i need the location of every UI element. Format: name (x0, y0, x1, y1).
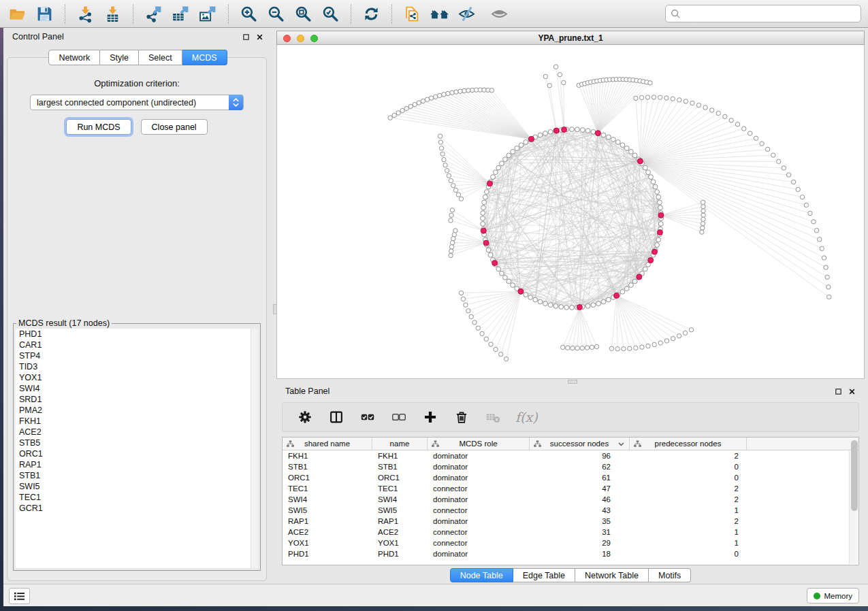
hide-selected-icon[interactable] (456, 3, 477, 24)
mcds-list-scrollbar[interactable] (251, 329, 258, 568)
column-header-successor-nodes[interactable]: successor nodes (530, 437, 630, 450)
cell-predecessor-nodes: 0 (630, 550, 747, 558)
mcds-result-item[interactable]: FKH1 (16, 416, 258, 427)
mcds-result-item[interactable]: ORC1 (16, 448, 258, 459)
tab-select[interactable]: Select (139, 50, 182, 65)
mcds-result-item[interactable]: TEC1 (16, 492, 258, 503)
run-mcds-button[interactable]: Run MCDS (66, 119, 131, 135)
close-panel-icon[interactable] (256, 33, 263, 41)
mcds-result-item[interactable]: RAP1 (16, 459, 258, 470)
save-session-icon[interactable] (34, 3, 55, 24)
cell-successor-nodes: 61 (530, 474, 630, 482)
delete-columns-icon[interactable] (453, 408, 470, 426)
tab-mcds[interactable]: MCDS (182, 50, 227, 65)
cell-shared-name: SWI5 (283, 506, 372, 514)
mcds-result-item[interactable]: YOX1 (16, 372, 258, 383)
table-row[interactable]: SWI5SWI5connector431 (283, 505, 858, 516)
open-file-icon[interactable] (7, 3, 28, 24)
zoom-selected-icon[interactable] (320, 3, 341, 24)
table-row[interactable]: PHD1PHD1dominator180 (283, 548, 858, 559)
first-neighbors-icon[interactable] (429, 3, 450, 24)
import-table-icon[interactable] (102, 3, 123, 24)
column-header-name[interactable]: name (372, 437, 428, 450)
optimization-criterion-label: Optimization criterion: (7, 78, 266, 88)
search-input[interactable] (685, 9, 856, 18)
settings-gear-icon[interactable] (296, 408, 314, 426)
mcds-result-item[interactable]: STB5 (16, 437, 258, 448)
table-scrollbar-thumb[interactable] (851, 440, 858, 511)
network-canvas[interactable] (276, 45, 865, 379)
network-titlebar[interactable]: YPA_prune.txt_1 (276, 31, 865, 45)
float-table-panel-icon[interactable] (835, 388, 842, 395)
column-header-predecessor-nodes[interactable]: predecessor nodes (630, 437, 747, 450)
search-box[interactable] (665, 5, 861, 22)
select-all-checkboxes-icon[interactable] (359, 408, 376, 426)
column-header-shared-name[interactable]: shared name (283, 437, 372, 450)
task-history-button[interactable] (9, 588, 30, 604)
task-list-icon (14, 591, 25, 601)
network-svg (277, 45, 864, 378)
export-network-icon[interactable] (143, 3, 164, 24)
import-network-icon[interactable] (75, 3, 96, 24)
deselect-all-checkboxes-icon[interactable] (390, 408, 408, 426)
optimization-select[interactable]: largest connected component (undirected) (30, 95, 244, 110)
mcds-result-item[interactable]: PHD1 (16, 329, 258, 340)
mcds-result-item[interactable]: ACE2 (16, 427, 258, 437)
float-panel-icon[interactable] (242, 33, 250, 41)
table-tab-node-table[interactable]: Node Table (450, 568, 513, 582)
close-panel-button[interactable]: Close panel (141, 119, 208, 135)
mcds-result-item[interactable]: GCR1 (16, 503, 258, 514)
table-row[interactable]: RAP1RAP1dominator352 (283, 516, 858, 527)
minimize-window-icon[interactable] (297, 35, 304, 42)
table-row[interactable]: ORC1ORC1dominator610 (283, 472, 858, 483)
zoom-fit-icon[interactable] (293, 3, 314, 24)
close-table-panel-icon[interactable] (848, 388, 856, 395)
cell-mcds-role: connector (428, 506, 530, 514)
export-table-icon[interactable] (170, 3, 191, 24)
mcds-result-item[interactable]: PMA2 (16, 405, 258, 416)
column-header-mcds-role[interactable]: MCDS role (428, 437, 530, 450)
close-window-icon[interactable] (283, 35, 291, 42)
mcds-result-list[interactable]: PHD1CAR1STP4TID3YOX1SWI4SRD1PMA2FKH1ACE2… (16, 329, 258, 568)
show-all-icon[interactable] (489, 3, 510, 24)
cell-successor-nodes: 62 (530, 463, 630, 471)
table-tab-network-table[interactable]: Network Table (575, 568, 649, 582)
refresh-layout-icon[interactable] (361, 3, 382, 24)
tab-network[interactable]: Network (48, 50, 100, 65)
mcds-result-fieldset: MCDS result (17 nodes) PHD1CAR1STP4TID3Y… (13, 318, 261, 571)
cell-shared-name: STB1 (283, 463, 372, 471)
table-tab-motifs[interactable]: Motifs (649, 568, 691, 582)
table-row[interactable]: SWI4SWI4dominator462 (283, 494, 858, 505)
cell-successor-nodes: 43 (530, 506, 630, 514)
table-row[interactable]: ACE2ACE2connector311 (283, 527, 858, 538)
memory-button[interactable]: Memory (807, 588, 859, 604)
mcds-result-item[interactable]: STB1 (16, 470, 258, 481)
mcds-result-item[interactable]: SWI4 (16, 383, 258, 394)
mcds-result-item[interactable]: CAR1 (16, 340, 258, 350)
export-image-icon[interactable] (197, 3, 219, 24)
clone-network-icon[interactable] (402, 3, 423, 24)
mcds-result-item[interactable]: SWI5 (16, 481, 258, 492)
split-panel-icon[interactable] (327, 408, 345, 426)
cell-shared-name: ACE2 (283, 528, 372, 536)
network-title: YPA_prune.txt_1 (538, 33, 602, 43)
zoom-in-icon[interactable] (238, 3, 259, 24)
mcds-result-item[interactable]: TID3 (16, 361, 258, 372)
add-column-icon[interactable] (421, 408, 439, 426)
table-row[interactable]: TEC1TEC1connector472 (283, 483, 858, 494)
search-icon (671, 9, 681, 19)
maximize-window-icon[interactable] (310, 35, 318, 42)
node-table: shared namenameMCDS rolesuccessor nodesp… (282, 437, 859, 565)
table-row[interactable]: STB1STB1dominator620 (283, 461, 858, 472)
column-label: MCDS role (459, 440, 497, 448)
mcds-result-item[interactable]: SRD1 (16, 394, 258, 405)
column-label: predecessor nodes (655, 440, 722, 448)
delete-table-icon (484, 408, 502, 426)
mcds-result-item[interactable]: STP4 (16, 350, 258, 361)
table-row[interactable]: FKH1FKH1dominator962 (283, 450, 858, 461)
tab-style[interactable]: Style (100, 50, 139, 65)
sort-chevron-icon[interactable] (618, 442, 624, 446)
zoom-out-icon[interactable] (266, 3, 287, 24)
table-row[interactable]: YOX1YOX1connector291 (283, 538, 858, 548)
table-tab-edge-table[interactable]: Edge Table (513, 568, 575, 582)
